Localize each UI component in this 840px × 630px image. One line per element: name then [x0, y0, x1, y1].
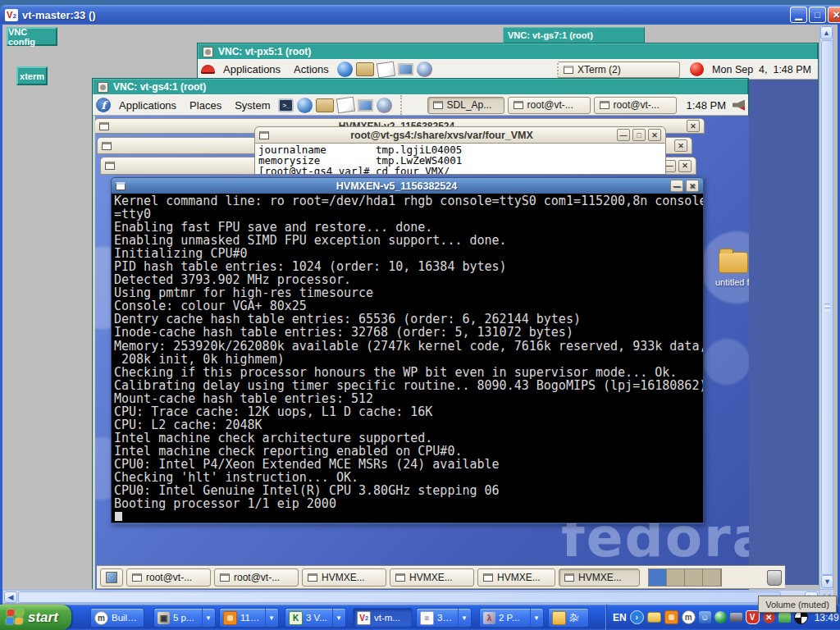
gs4-task-root2[interactable]: root@vt-... [594, 97, 677, 114]
close-button[interactable]: ✕ [686, 180, 699, 192]
task-label: 2 P... [499, 613, 519, 623]
workspace-3[interactable] [685, 569, 703, 586]
task-button-folder[interactable]: 杂 [548, 608, 589, 628]
vertical-scrollbar[interactable]: ▲ ▼ [819, 25, 833, 590]
printer-tray-icon[interactable] [730, 613, 742, 622]
gs4-menu-applications[interactable]: Applications [114, 98, 181, 113]
trash-icon[interactable] [767, 570, 782, 586]
vnc-gs4-title: VNC: vt-gs4:1 (root) [113, 81, 206, 93]
group-dropdown-icon[interactable]: ▼ [265, 609, 275, 627]
vnc-px5-titlebar[interactable]: VNC: vt-px5:1 (root) [198, 43, 818, 59]
px5-menu-applications[interactable]: Applications [218, 62, 285, 77]
lx-task-button-1[interactable]: root@vt-... [126, 568, 211, 587]
group-dropdown-icon[interactable]: ▼ [202, 609, 212, 627]
window-menu-icon[interactable] [203, 47, 213, 57]
window-menu-icon[interactable] [98, 82, 108, 93]
vnc-config-window[interactable]: VNC config [7, 27, 57, 46]
drive-tray-icon[interactable] [778, 613, 791, 623]
group-dropdown-icon[interactable]: ▼ [530, 609, 540, 627]
email-icon[interactable] [316, 98, 334, 112]
vertical-scrollbar-thumb[interactable] [821, 40, 833, 575]
lx-task-button-2[interactable]: root@vt-... [214, 568, 299, 587]
fedora-logo-icon[interactable]: f [96, 98, 111, 112]
documents-icon[interactable] [377, 61, 395, 78]
gs4-desktop: fedora untitled fo HVMXEN-v2_1156382524 … [95, 116, 749, 590]
ball-tray-icon[interactable] [714, 611, 727, 623]
redhat-menu-icon[interactable] [201, 65, 215, 74]
close-button[interactable]: ✕ [687, 120, 700, 132]
clock-tray-icon[interactable] [664, 610, 678, 624]
web-browser-icon[interactable] [297, 98, 313, 113]
lx-task-button-3[interactable]: HVMXE... [302, 568, 386, 587]
close-button[interactable]: ✕ [678, 160, 692, 172]
volume-muted-tray-icon[interactable]: ✕ [763, 611, 775, 623]
lx-task-button-6-active[interactable]: HVMXE... [559, 568, 640, 587]
task-button-3v[interactable]: K 3 V... ▼ [285, 608, 346, 628]
show-desktop-button[interactable] [100, 568, 123, 587]
task-button-2p[interactable]: λ 2 P... ▼ [479, 608, 544, 628]
px5-clock[interactable]: Mon Sep 4, 1:48 PM [712, 64, 811, 75]
volume-muted-icon[interactable] [733, 100, 745, 111]
volume-tooltip: Volume (muted) [758, 596, 837, 613]
start-button[interactable]: start [0, 605, 71, 630]
gs4-clock[interactable]: 1:48 PM [687, 99, 726, 112]
task-button-build[interactable]: m Build... [90, 608, 144, 628]
gs4-task-sdl[interactable]: SDL_Ap... [427, 97, 504, 114]
group-dropdown-icon[interactable]: ▼ [332, 609, 342, 627]
close-button[interactable]: ✕ [828, 7, 840, 23]
group-dropdown-icon[interactable]: ▼ [458, 609, 468, 627]
task-button-11m[interactable]: 11 M. ▼ [219, 608, 279, 628]
gs4-menu-places[interactable]: Places [185, 98, 226, 113]
gs4-menu-system[interactable]: System [230, 98, 275, 113]
px5-menu-actions[interactable]: Actions [289, 62, 334, 77]
globe-icon[interactable] [417, 62, 432, 77]
globe-launcher-icon[interactable] [377, 98, 392, 113]
email-icon[interactable] [356, 62, 374, 76]
user-tray-icon[interactable]: ☺ [699, 611, 711, 623]
volume-tooltip-text: Volume (muted) [765, 600, 829, 609]
window-hvmxen-console[interactable]: HVMXEN-v5_1156382524 — ✕ Kernel command … [111, 177, 704, 524]
windows-flag-icon [6, 609, 24, 625]
monitor-icon[interactable] [398, 63, 413, 75]
workspace-4[interactable] [703, 569, 721, 586]
tray-language[interactable]: EN [613, 612, 627, 623]
close-button[interactable]: ✕ [674, 139, 687, 152]
task-button-vtmaster[interactable]: V2 vt-m... [353, 608, 413, 628]
xterm-button[interactable]: xterm [16, 66, 48, 85]
lx-task-button-4[interactable]: HVMXE... [390, 568, 474, 587]
minimize-button[interactable]: — [617, 129, 630, 141]
scroll-down-button[interactable]: ▼ [821, 575, 833, 588]
web-browser-icon[interactable] [337, 62, 353, 77]
vnc-gs7-titlebar[interactable]: VNC: vt-gs7:1 (root) [503, 27, 645, 43]
screen-tool-icon[interactable] [358, 99, 373, 112]
px5-taskbar-xterm-button[interactable]: XTerm (2) [557, 62, 680, 78]
tray-clock[interactable]: 13:49 [815, 612, 839, 623]
m-circle-tray-icon[interactable]: m [682, 610, 696, 624]
redhat-notification-icon[interactable] [690, 62, 704, 76]
window-icon [259, 131, 269, 139]
mail-tray-icon[interactable] [647, 612, 661, 623]
horizontal-scrollbar[interactable]: ◀ ▶ [2, 590, 819, 604]
task-button-5p[interactable]: ▣ 5 p... ▼ [153, 608, 216, 628]
minimize-button[interactable]: — [670, 180, 683, 192]
maximize-button[interactable]: □ [809, 7, 826, 23]
documents-icon[interactable] [336, 97, 355, 114]
chevron-circle-icon[interactable]: › [630, 610, 644, 624]
workspace-1-active[interactable] [649, 569, 667, 586]
desktop-folder-icon[interactable]: untitled fo [715, 252, 749, 287]
workspace-2[interactable] [667, 569, 685, 586]
minimize-button[interactable]: ▁ [790, 7, 807, 23]
maximize-button[interactable]: □ [632, 129, 646, 141]
gs4-task-root1[interactable]: root@vt-... [508, 97, 591, 114]
task-button-3w[interactable]: ≡ 3 W... ▼ [416, 608, 472, 628]
horizontal-scrollbar-thumb[interactable] [18, 591, 781, 603]
scroll-up-button[interactable]: ▲ [820, 26, 833, 39]
window-root-terminal[interactable]: root@vt-gs4:/share/xvs/var/four_VMX — □ … [254, 126, 666, 176]
close-button[interactable]: ✕ [648, 129, 661, 141]
scroll-left-button[interactable]: ◀ [4, 591, 17, 603]
workspace-switcher[interactable] [648, 568, 722, 587]
lx-task-button-5[interactable]: HVMXE... [477, 568, 555, 587]
master-window-titlebar[interactable]: V2 vt-master:33 () ▁ □ ✕ [0, 5, 840, 25]
terminal-launcher-icon[interactable]: >_ [278, 98, 294, 112]
vnc-gs4-titlebar[interactable]: VNC: vt-gs4:1 (root) [93, 79, 748, 94]
